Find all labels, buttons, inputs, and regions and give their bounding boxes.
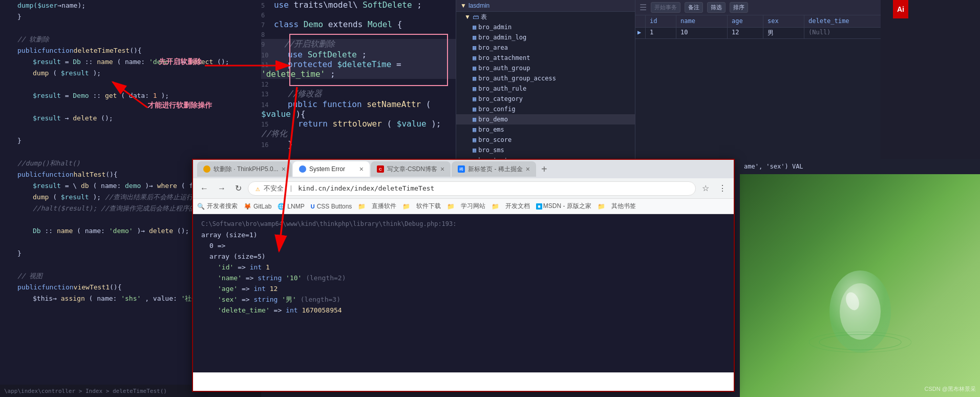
col-sex: sex	[763, 15, 804, 27]
bookmarks-bar: 🔍 开发者搜索 🦊 GitLab 🌐 LNMP U CSS Buttons 📁 …	[193, 199, 734, 214]
bookmark-dev-search[interactable]: 🔍 开发者搜索	[197, 202, 238, 211]
breadcrumb: \app\index\controller > Index > deleteTi…	[4, 388, 167, 394]
bookmark-learning[interactable]: 学习网站	[461, 202, 485, 211]
start-transaction-button[interactable]: 开始事务	[651, 2, 680, 13]
code-line	[0, 23, 261, 34]
sort-button[interactable]: 排序	[730, 2, 748, 13]
db-table-item[interactable]: ▦bro_score	[456, 135, 635, 145]
watermark: CSDN @黑布林景采	[925, 385, 976, 393]
tab-icon	[299, 165, 306, 173]
code-line: dump($user→name);	[0, 0, 261, 11]
bookmark-other[interactable]: 其他书签	[611, 202, 636, 211]
db-table-item[interactable]: ▦bro_area	[456, 43, 635, 53]
bookmark-software-download[interactable]: 软件下载	[416, 202, 441, 211]
tab-close-icon[interactable]: ×	[282, 165, 286, 173]
code-line: $result → delete ();	[0, 113, 261, 124]
filter-button[interactable]: 筛选	[707, 2, 726, 13]
table-row[interactable]: ▶ 1 10 12 男 (Null)	[635, 28, 881, 39]
code-output-line: 'sex' => string '男' (length=3)	[201, 294, 726, 305]
db-table-item[interactable]: ▦bro_auth_group_access	[456, 73, 635, 83]
bookmark-icon: 🔍	[197, 203, 205, 210]
grid-toolbar: ☰ 开始事务 备注 筛选 排序	[635, 0, 881, 15]
code-line: 16 }	[261, 139, 456, 149]
annotation-soft-delete-1: 先开启软删除	[159, 56, 202, 67]
db-table-item-selected[interactable]: ▦bro_demo	[456, 114, 635, 124]
file-path: C:\Software\bro\wamp64\www\kind\thinkphp…	[201, 220, 726, 227]
code-output-line: 'age' => int 12	[201, 283, 726, 294]
new-tab-button[interactable]: +	[537, 163, 551, 175]
db-table-item[interactable]: ▦bro_ems	[456, 124, 635, 135]
tab-juejin[interactable]: 稀 新标签页 - 稀土掘金 ×	[452, 161, 536, 177]
bookmark-dev-docs[interactable]: 开发文档	[505, 202, 530, 211]
col-name: name	[676, 15, 728, 27]
bookmark-live-software[interactable]: 直播软件	[372, 202, 396, 211]
code-line: 15 return strtolower ( $value ); //将化	[261, 119, 456, 139]
tab-csdn[interactable]: C 写文章-CSDN博客 ×	[371, 161, 451, 177]
browser-tabs: 软删除 · ThinkPHP5.0... × System Error × C …	[193, 160, 734, 178]
code-line: $result = Db :: name ( name: 'demo' )→ s…	[0, 56, 261, 68]
note-button[interactable]: 备注	[685, 2, 703, 13]
col-age: age	[728, 15, 763, 27]
tab-close-icon[interactable]: ×	[440, 165, 444, 173]
code-line: dump ( $result );	[0, 68, 261, 79]
db-table-item[interactable]: ▦bro_test	[456, 155, 635, 159]
db-table-item[interactable]: ▦bro_auth_rule	[456, 83, 635, 94]
cell-name: 10	[676, 28, 728, 38]
db-table-item[interactable]: ▦bro_auth_group	[456, 63, 635, 73]
browser-window: 软删除 · ThinkPHP5.0... × System Error × C …	[192, 159, 735, 392]
browser-content: C:\Software\bro\wamp64\www\kind\thinkphp…	[193, 214, 734, 372]
bookmark-icon: 🌐	[278, 203, 285, 210]
bookmark-star-button[interactable]: ☆	[699, 181, 712, 195]
db-table-item[interactable]: ▦bro_admin	[456, 22, 635, 32]
row-indicator-col	[635, 15, 646, 27]
data-grid-panel: ☰ 开始事务 备注 筛选 排序 id name age sex delete_t…	[635, 0, 881, 159]
bookmark-icon: U	[311, 203, 315, 210]
sql-overlay: ame', 'sex') VAL	[740, 159, 980, 174]
code-line: public function deleteTimeTest (){	[0, 45, 261, 56]
bookmark-icon: 🦊	[244, 203, 251, 210]
forward-button[interactable]: →	[215, 182, 229, 195]
row-arrow: ▶	[635, 28, 646, 38]
code-line: 7 class Demo extends Model {	[261, 19, 456, 29]
browser-menu-button[interactable]: ⋮	[715, 181, 730, 195]
db-table-item[interactable]: ▦bro_category	[456, 94, 635, 104]
bookmark-css-buttons[interactable]: U CSS Buttons	[311, 203, 352, 210]
db-table-item[interactable]: ▦bro_attachment	[456, 53, 635, 63]
code-line: 13 //修改器	[261, 89, 456, 99]
code-output-line: 'id' => int 1	[201, 262, 726, 273]
col-delete-time: delete_time	[804, 15, 881, 27]
tab-icon: C	[377, 165, 384, 173]
csdn-ai-badge: Ai	[893, 0, 908, 18]
bookmark-lnmp[interactable]: 🌐 LNMP	[278, 203, 304, 210]
db-tree-panel: ▼ lasdmin ▼ 🗃 表 ▦bro_admin ▦bro_admin_lo…	[456, 0, 635, 159]
db-table-item[interactable]: ▦bro_admin_log	[456, 32, 635, 43]
db-table-list: ▦bro_admin ▦bro_admin_log ▦bro_area ▦bro…	[456, 22, 635, 159]
browser-nav: ← → ↻ ⚠ 不安全 | kind.cn/index/index/delete…	[193, 178, 734, 199]
back-button[interactable]: ←	[197, 182, 211, 195]
code-line	[0, 124, 261, 135]
tab-close-icon[interactable]: ×	[359, 165, 364, 173]
col-id: id	[646, 15, 676, 27]
refresh-button[interactable]: ↻	[232, 181, 245, 195]
code-output-line: 'name' => string '10' (length=2)	[201, 273, 726, 283]
code-output-line: 'delete_time' => int 1670058954	[201, 305, 726, 316]
code-line: // 软删除	[0, 34, 261, 45]
code-line: 5 use traits\model\ SoftDelete ;	[261, 0, 456, 10]
db-table-item[interactable]: ▦bro_sms	[456, 145, 635, 155]
nature-thumbnail: CSDN @黑布林景采	[740, 174, 980, 397]
annotation-soft-delete-2: 才能进行软删除操作	[147, 100, 212, 110]
cell-sex: 男	[763, 28, 804, 38]
bookmark-msdn[interactable]: MSDN - 原版之家	[543, 202, 591, 211]
thumbnail-panel: ame', 'sex') VAL CSDN @黑布林景采	[740, 159, 980, 397]
db-tables-group: ▼ 🗃 表	[456, 12, 635, 22]
db-table-item[interactable]: ▦bro_config	[456, 104, 635, 114]
tab-soft-delete[interactable]: 软删除 · ThinkPHP5.0... ×	[197, 161, 292, 177]
tab-system-error[interactable]: System Error ×	[293, 161, 370, 177]
code-line	[0, 147, 261, 158]
highlight-box	[289, 34, 448, 86]
tab-icon	[203, 165, 210, 173]
code-line	[0, 79, 261, 90]
bookmark-gitlab[interactable]: 🦊 GitLab	[244, 203, 271, 210]
tab-close-icon[interactable]: ×	[526, 165, 530, 173]
address-bar[interactable]: ⚠ 不安全 | kind.cn/index/index/deleteTimeTe…	[248, 181, 696, 196]
